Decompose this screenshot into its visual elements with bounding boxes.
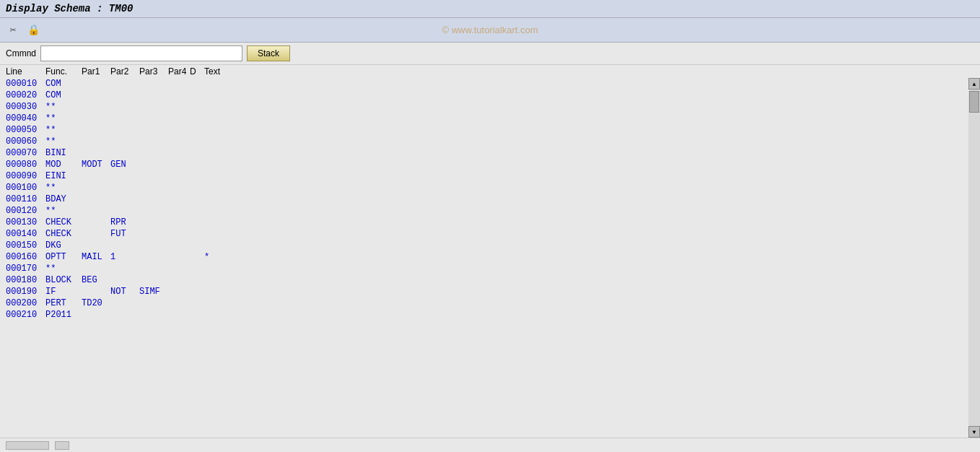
command-bar: Cmmnd Stack xyxy=(0,43,980,65)
row-func: PERT xyxy=(45,298,82,308)
toolbar: ✂ 🔒 © www.tutorialkart.com xyxy=(0,18,980,43)
table-row[interactable]: 000160OPTTMAIL1* xyxy=(6,251,963,263)
row-func: DKG xyxy=(45,240,82,251)
table-row[interactable]: 000070BINI xyxy=(6,147,963,159)
table-row[interactable]: 000180BLOCKBEG xyxy=(6,274,963,286)
row-func: BDAY xyxy=(45,194,82,204)
scroll-track xyxy=(968,90,980,426)
table-row[interactable]: 000210P2011 xyxy=(6,309,963,321)
row-func: OPTT xyxy=(45,252,82,262)
horizontal-scrollbar-small[interactable] xyxy=(55,441,69,450)
title-bar: Display Schema : TM00 xyxy=(0,0,980,18)
table-row[interactable]: 000010COM xyxy=(6,78,963,90)
row-par2: GEN xyxy=(110,160,139,170)
row-line: 000130 xyxy=(6,217,45,227)
table-row[interactable]: 000100** xyxy=(6,182,963,194)
scrollbar-right[interactable]: ▲ ▼ xyxy=(968,78,980,438)
row-line: 000020 xyxy=(6,90,45,100)
command-label: Cmmnd xyxy=(6,48,36,58)
table-row[interactable]: 000120** xyxy=(6,205,963,217)
row-line: 000050 xyxy=(6,125,45,135)
row-func: CHECK xyxy=(45,229,82,239)
table-row[interactable]: 000020COM xyxy=(6,90,963,101)
row-func: ** xyxy=(45,102,82,112)
row-line: 000150 xyxy=(6,240,45,251)
col-header-par3: Par3 xyxy=(139,66,168,77)
scroll-down-arrow[interactable]: ▼ xyxy=(968,426,980,438)
column-header: Line Func. Par1 Par2 Par3 Par4 D Text xyxy=(0,65,980,78)
row-line: 000190 xyxy=(6,287,45,297)
table-row[interactable]: 000170** xyxy=(6,263,963,274)
col-header-d: D xyxy=(190,66,204,77)
lock-icon[interactable]: 🔒 xyxy=(26,23,40,38)
row-line: 000180 xyxy=(6,275,45,285)
app: Display Schema : TM00 ✂ 🔒 © www.tutorial… xyxy=(0,0,980,452)
row-func: ** xyxy=(45,136,82,147)
scroll-up-arrow[interactable]: ▲ xyxy=(968,78,980,90)
row-par1: MODT xyxy=(82,160,110,170)
page-title: Display Schema : TM00 xyxy=(6,3,133,14)
row-func: P2011 xyxy=(45,310,82,320)
data-area[interactable]: 000010COM000020COM000030**000040**000050… xyxy=(0,78,968,438)
row-text: * xyxy=(204,252,349,262)
table-row[interactable]: 000040** xyxy=(6,113,963,124)
row-line: 000110 xyxy=(6,194,45,204)
row-par2: 1 xyxy=(110,252,139,262)
col-header-func: Func. xyxy=(45,66,82,77)
table-row[interactable]: 000130CHECKRPR xyxy=(6,217,963,228)
row-line: 000120 xyxy=(6,206,45,216)
command-input[interactable] xyxy=(40,45,242,61)
row-func: ** xyxy=(45,206,82,216)
row-par3: SIMF xyxy=(139,287,168,297)
row-par1: TD20 xyxy=(82,298,110,308)
table-row[interactable]: 000190IFNOTSIMF xyxy=(6,286,963,297)
row-line: 000060 xyxy=(6,136,45,147)
row-func: COM xyxy=(45,90,82,100)
row-line: 000080 xyxy=(6,160,45,170)
row-line: 000090 xyxy=(6,171,45,181)
table-row[interactable]: 000140CHECKFUT xyxy=(6,228,963,240)
table-row[interactable]: 000110BDAY xyxy=(6,194,963,205)
col-header-par1: Par1 xyxy=(82,66,110,77)
row-func: CHECK xyxy=(45,217,82,227)
row-func: BINI xyxy=(45,148,82,158)
row-line: 000160 xyxy=(6,252,45,262)
row-par2: NOT xyxy=(110,287,139,297)
row-line: 000170 xyxy=(6,264,45,274)
table-row[interactable]: 000060** xyxy=(6,136,963,147)
stack-button[interactable]: Stack xyxy=(247,45,290,61)
row-line: 000070 xyxy=(6,148,45,158)
row-line: 000140 xyxy=(6,229,45,239)
table-row[interactable]: 000090EINI xyxy=(6,170,963,182)
main-content: 000010COM000020COM000030**000040**000050… xyxy=(0,78,980,438)
row-func: ** xyxy=(45,113,82,123)
row-func: ** xyxy=(45,183,82,193)
row-line: 000100 xyxy=(6,183,45,193)
row-par1: MAIL xyxy=(82,252,110,262)
row-par1: BEG xyxy=(82,275,110,285)
row-func: ** xyxy=(45,125,82,135)
table-row[interactable]: 000050** xyxy=(6,124,963,136)
row-func: COM xyxy=(45,79,82,89)
row-line: 000030 xyxy=(6,102,45,112)
row-line: 000010 xyxy=(6,79,45,89)
copyright-text: © www.tutorialkart.com xyxy=(442,25,538,35)
table-row[interactable]: 000030** xyxy=(6,101,963,113)
table-row[interactable]: 000150DKG xyxy=(6,240,963,251)
horizontal-scrollbar[interactable] xyxy=(6,441,49,450)
row-line: 000210 xyxy=(6,310,45,320)
row-par2: RPR xyxy=(110,217,139,227)
row-func: IF xyxy=(45,287,82,297)
scissors-icon[interactable]: ✂ xyxy=(6,23,20,38)
row-func: BLOCK xyxy=(45,275,82,285)
row-func: EINI xyxy=(45,171,82,181)
table-row[interactable]: 000200PERTTD20 xyxy=(6,297,963,309)
table-row[interactable]: 000080MODMODTGEN xyxy=(6,159,963,170)
row-line: 000200 xyxy=(6,298,45,308)
col-header-par4: Par4 xyxy=(168,66,190,77)
scroll-thumb[interactable] xyxy=(969,91,979,113)
row-par2: FUT xyxy=(110,229,139,239)
col-header-line: Line xyxy=(6,66,45,77)
row-func: MOD xyxy=(45,160,82,170)
row-func: ** xyxy=(45,264,82,274)
